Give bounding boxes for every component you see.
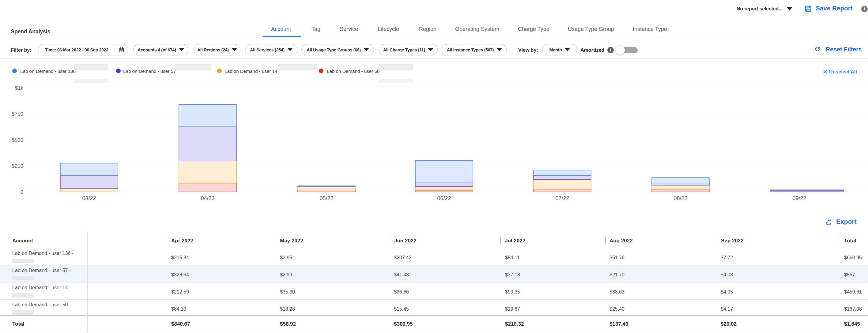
svg-text:07/22: 07/22 xyxy=(555,195,569,201)
svg-text:03/22: 03/22 xyxy=(82,195,96,201)
svg-text:$500: $500 xyxy=(12,137,23,143)
svg-text:04/22: 04/22 xyxy=(200,195,214,201)
svg-text:06/22: 06/22 xyxy=(437,195,451,201)
svg-text:05/22: 05/22 xyxy=(319,195,333,201)
svg-text:$1k: $1k xyxy=(15,85,24,91)
svg-text:0: 0 xyxy=(21,189,23,195)
svg-text:08/22: 08/22 xyxy=(674,195,687,201)
svg-text:09/22: 09/22 xyxy=(792,195,806,201)
svg-text:$250: $250 xyxy=(12,163,23,169)
svg-text:$750: $750 xyxy=(12,111,23,117)
